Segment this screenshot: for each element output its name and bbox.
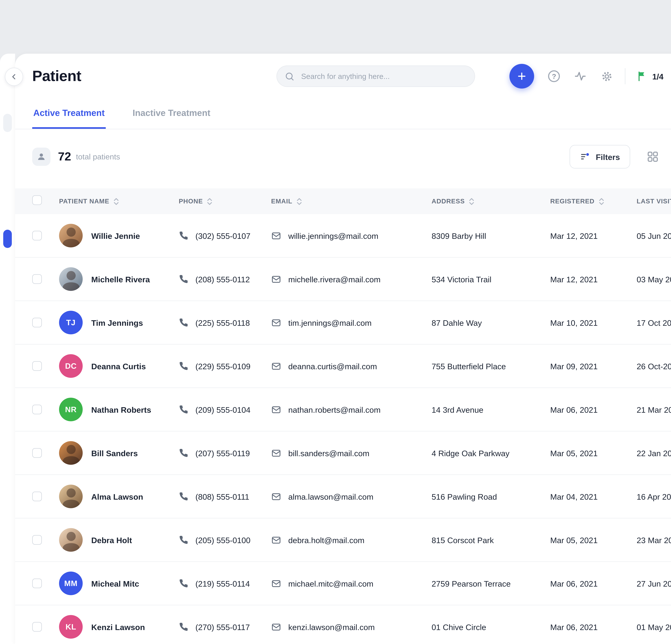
column-header-email[interactable]: EMAIL (271, 197, 432, 205)
table-row[interactable]: Alma Lawson (808) 555-0111 alma.lawson@m… (15, 475, 671, 518)
filters-label: Filters (596, 152, 620, 161)
patient-phone: (302) 555-0107 (195, 231, 250, 240)
sidebar-rail (0, 54, 15, 644)
plus-icon (516, 71, 527, 81)
filter-icon (580, 151, 590, 162)
patient-phone: (209) 555-0104 (195, 405, 250, 414)
row-checkbox[interactable] (32, 405, 42, 414)
mail-icon (271, 318, 281, 327)
tab-inactive-treatment[interactable]: Inactive Treatment (131, 99, 212, 129)
phone-icon (179, 622, 188, 632)
search-bar[interactable] (277, 65, 475, 87)
mail-icon (271, 361, 281, 371)
avatar-initials: DC (65, 362, 77, 370)
patient-phone: (808) 555-0111 (195, 492, 249, 501)
table-row[interactable]: Bill Sanders (207) 555-0119 bill.sanders… (15, 432, 671, 475)
table-row[interactable]: Michelle Rivera (208) 555-0112 michelle.… (15, 258, 671, 301)
patient-name: Bill Sanders (91, 448, 138, 458)
person-icon (37, 152, 46, 162)
treatment-tabs: Active Treatment Inactive Treatment (15, 99, 671, 129)
mail-icon (271, 231, 281, 241)
grid-view-button[interactable] (644, 148, 661, 165)
patient-email: deanna.curtis@mail.com (288, 361, 377, 371)
patient-name: Debra Holt (91, 535, 132, 544)
patients-icon-box (32, 147, 50, 166)
table-row[interactable]: DC Deanna Curtis (229) 555-0109 deanna.c… (15, 345, 671, 388)
patient-registered: Mar 04, 2021 (550, 492, 637, 501)
sidebar-nav-item-active[interactable] (3, 230, 12, 248)
column-header-last-visit[interactable]: LAST VISIT (637, 197, 671, 205)
patient-last-visit: 23 Mar 2020 (637, 535, 671, 544)
patient-address: 516 Pawling Road (432, 492, 550, 501)
patient-address: 755 Butterfield Place (432, 361, 550, 371)
patient-last-visit: 26 Oct-2020 (637, 361, 671, 371)
app: Patient (0, 0, 671, 644)
patient-registered: Mar 05, 2021 (550, 535, 637, 544)
patient-phone: (208) 555-0112 (195, 274, 250, 284)
row-checkbox[interactable] (32, 492, 42, 501)
sidebar-nav-item[interactable] (3, 114, 12, 132)
patient-last-visit: 22 Jan 2020 (637, 448, 671, 458)
patient-name: Nathan Roberts (91, 405, 151, 414)
row-checkbox[interactable] (32, 318, 42, 327)
gear-icon (601, 70, 613, 82)
select-all-checkbox[interactable] (32, 195, 42, 205)
quick-add-button[interactable] (509, 64, 534, 89)
patient-email: bill.sanders@mail.com (288, 448, 369, 458)
row-checkbox[interactable] (32, 622, 42, 632)
column-header-phone[interactable]: PHONE (179, 197, 271, 205)
row-checkbox[interactable] (32, 579, 42, 588)
table-header: PATIENT NAME PHONE EMAIL ADDRESS REGISTE… (15, 188, 671, 214)
page-header: Patient (15, 54, 671, 99)
table-body: Willie Jennie (302) 555-0107 willie.jenn… (15, 214, 671, 644)
patient-name: Kenzi Lawson (91, 622, 145, 631)
sidebar-collapse-button[interactable] (5, 68, 23, 86)
filters-button[interactable]: Filters (569, 145, 630, 168)
help-button[interactable] (546, 68, 562, 84)
search-input[interactable] (300, 72, 467, 81)
avatar (59, 485, 83, 508)
patient-email: willie.jennings@mail.com (288, 231, 378, 240)
activity-icon (574, 70, 587, 83)
patient-email: tim.jennings@mail.com (288, 318, 371, 327)
column-header-patient-name[interactable]: PATIENT NAME (59, 197, 179, 205)
table-row[interactable]: Willie Jennie (302) 555-0107 willie.jenn… (15, 214, 671, 258)
patient-registered: Mar 05, 2021 (550, 448, 637, 458)
column-header-address[interactable]: ADDRESS (432, 197, 550, 205)
row-checkbox[interactable] (32, 274, 42, 284)
table-row[interactable]: Debra Holt (205) 555-0100 debra.holt@mai… (15, 518, 671, 562)
activity-button[interactable] (572, 68, 589, 85)
search-icon (284, 71, 295, 81)
main-panel: Patient (15, 54, 671, 644)
header-actions: 1/4 Darrell Steward Super admin (509, 54, 671, 99)
onboarding-progress[interactable]: 1/4 (635, 69, 664, 83)
table-row[interactable]: MM Micheal Mitc (219) 555-0114 michael.m… (15, 562, 671, 605)
patient-last-visit: 03 May 2021 (637, 274, 671, 284)
row-checkbox[interactable] (32, 231, 42, 241)
mail-icon (271, 578, 281, 589)
phone-icon (179, 492, 188, 501)
table-row[interactable]: NR Nathan Roberts (209) 555-0104 nathan.… (15, 388, 671, 432)
table-row[interactable]: KL Kenzi Lawson (270) 555-0117 kenzi.law… (15, 605, 671, 644)
row-checkbox[interactable] (32, 361, 42, 371)
phone-icon (179, 361, 188, 371)
patient-last-visit: 27 Jun 2021 (637, 579, 671, 588)
table-row[interactable]: TJ Tim Jennings (225) 555-0118 tim.jenni… (15, 301, 671, 345)
patient-email: kenzi.lawson@mail.com (288, 622, 375, 631)
avatar: MM (59, 571, 83, 595)
tab-active-treatment[interactable]: Active Treatment (32, 99, 106, 129)
column-header-registered[interactable]: REGISTERED (550, 197, 637, 205)
settings-button[interactable] (598, 68, 615, 85)
sort-icon (113, 197, 119, 205)
mail-icon (271, 274, 281, 284)
row-checkbox[interactable] (32, 535, 42, 545)
avatar: NR (59, 398, 83, 421)
toolbar-actions: Filters Add Patient (569, 144, 671, 169)
avatar: TJ (59, 311, 83, 334)
patient-address: 2759 Pearson Terrace (432, 579, 550, 588)
avatar (59, 224, 83, 247)
patient-registered: Mar 09, 2021 (550, 361, 637, 371)
patient-email: michael.mitc@mail.com (288, 579, 374, 588)
avatar-initials: KL (65, 622, 76, 631)
row-checkbox[interactable] (32, 448, 42, 458)
